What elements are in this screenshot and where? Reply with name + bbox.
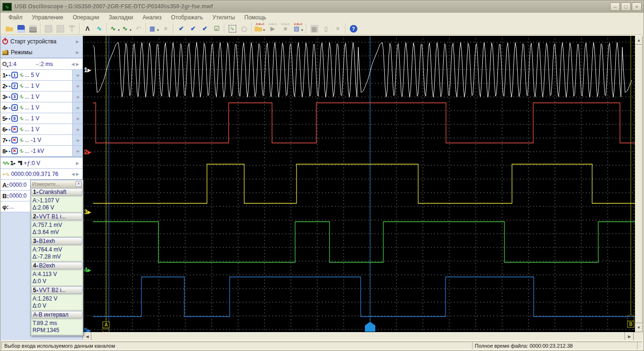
channel-row-4[interactable]: 4▸▸4∿... 1 V◂|▸: [0, 102, 83, 113]
trigger-position-handle[interactable]: [365, 322, 375, 332]
channel-marker-1[interactable]: 1▸: [84, 67, 91, 73]
channel-disabled-icon[interactable]: ✕: [11, 137, 18, 143]
measure-item-header[interactable]: A-B интервал: [31, 311, 83, 318]
channel-arrows[interactable]: ◂|▸: [72, 70, 83, 80]
measurements-panel[interactable]: Измерите... ✕ 1▸CrankshaftA:-1.107 VΔ:2.…: [30, 180, 83, 336]
menu-item-5[interactable]: Анализ: [138, 14, 166, 21]
channel-arrows[interactable]: ◂|▸: [72, 102, 83, 113]
timebase-value[interactable]: :2 ms: [39, 61, 53, 67]
channel-scale-value[interactable]: ... -1 V: [25, 137, 72, 143]
save-file-button[interactable]: [15, 22, 27, 34]
menu-item-4[interactable]: Закладки: [104, 14, 137, 21]
position-inc-icon[interactable]: ▶: [76, 172, 79, 176]
menu-item-2[interactable]: Управление: [28, 14, 68, 21]
channel-badge-icon[interactable]: 3: [11, 93, 18, 100]
trigger-row[interactable]: ∿∿ 1 ▸ +ƒ:0 V ▶: [0, 158, 83, 169]
trigger-level[interactable]: +ƒ:0 V: [24, 160, 40, 167]
close-button[interactable]: ×: [632, 2, 642, 11]
channel-row-1[interactable]: 1▸▸1∿... 5 V◂|▸: [0, 70, 83, 81]
channel-arrows[interactable]: ◂|▸: [72, 113, 83, 124]
measure-item-header[interactable]: 4▸B2exh: [31, 262, 83, 269]
select-region-button[interactable]: ∿: [226, 22, 238, 34]
channel-row-2[interactable]: 2▸▸2∿... 1 V◂|▸: [0, 81, 83, 92]
channel-arrows[interactable]: ◂|▸: [72, 135, 83, 145]
accept-button[interactable]: ✔: [175, 22, 187, 34]
abc-open-button[interactable]: A:B+C▼: [254, 22, 266, 34]
impulse-marker-button[interactable]: Λ: [82, 22, 93, 34]
menu-item-3[interactable]: Операции: [68, 14, 103, 21]
channel-scale-value[interactable]: ... 1 V: [25, 83, 72, 89]
zoom-timebase-row[interactable]: :1:4 ⇔ :2 ms ◀ ▶: [0, 58, 83, 70]
channel-disabled-icon[interactable]: ✕: [11, 148, 18, 154]
titlebar[interactable]: ∿ USB Oscilloscope - G:\IS350-2007-2GR-F…: [0, 0, 644, 13]
channel-disabled-icon[interactable]: ✕: [11, 126, 18, 133]
channel-row-3[interactable]: 3▸▸3∿... 1 V◂|▸: [0, 92, 83, 102]
modes-row[interactable]: Режимы ▶: [0, 47, 83, 58]
channel-marker-3[interactable]: 3▸: [84, 209, 91, 215]
measure-item-values: A:757.1 mVΔ:3.64 mV: [31, 221, 83, 237]
menu-item-7[interactable]: Утилиты: [208, 14, 239, 21]
start-device-row[interactable]: Старт устройства ▶: [0, 36, 83, 47]
app-icon: ∿: [2, 3, 12, 11]
channel-badge-icon[interactable]: 4: [11, 104, 18, 111]
display-mode-button[interactable]: ▦▼: [148, 22, 160, 34]
vertical-scroll-thumb[interactable]: [635, 45, 643, 323]
wave-select-button[interactable]: ∿: [93, 22, 105, 34]
channel-marker-4[interactable]: 4▸: [84, 267, 91, 273]
channel-badge-icon[interactable]: 2: [11, 83, 18, 89]
channel-scale-value[interactable]: ... 1 V: [25, 126, 72, 133]
waveform-canvas[interactable]: AB: [83, 36, 635, 332]
channel-scale-value[interactable]: ... 1 V: [25, 115, 72, 122]
position-dec-icon[interactable]: ◀: [71, 172, 74, 176]
open-file-button[interactable]: [3, 22, 15, 34]
close-display-button: ×: [160, 22, 172, 34]
channel-list: 1▸▸1∿... 5 V◂|▸2▸▸2∿... 1 V◂|▸3▸▸3∿... 1…: [0, 70, 83, 157]
channel-arrows[interactable]: ◂|▸: [72, 92, 83, 102]
menu-item-1[interactable]: Файл: [4, 14, 27, 21]
channel-marker-2[interactable]: 2▸: [84, 149, 91, 155]
measure-item-header[interactable]: 5▸VVT B2 i...: [31, 286, 83, 294]
channel-arrows[interactable]: ◂|▸: [72, 81, 83, 91]
channel-row-5[interactable]: 5▸▸5∿... 1 V◂|▸: [0, 113, 83, 124]
close-icon[interactable]: ✕: [75, 181, 82, 187]
channel-row-7[interactable]: 7▸▸✕∿... -1 V◂|▸: [0, 135, 83, 146]
measure-item-header[interactable]: 1▸Crankshaft: [31, 188, 83, 196]
channel-arrows[interactable]: ◂|▸: [72, 124, 83, 134]
abc-panel-button[interactable]: A:B+C▤▼: [292, 22, 305, 34]
menu-item-8[interactable]: Помощь: [240, 14, 270, 21]
arrow-icon: ▸: [9, 149, 11, 153]
abc-play-button: A:B+C▶: [266, 22, 279, 34]
measurements-panel-titlebar[interactable]: Измерите... ✕: [31, 180, 83, 188]
oscilloscope-plot[interactable]: AB 1▸2▸3▸4▸5▸: [83, 36, 635, 332]
zoom-fragment-icon: [241, 26, 247, 32]
position-time-row[interactable]: +∿ 0000:00:09.371 76 ◀ ▶: [0, 169, 83, 180]
minimize-button[interactable]: –: [610, 2, 620, 11]
timebase-dec-icon[interactable]: ◀: [71, 62, 74, 67]
scroll-down-icon[interactable]: ▼: [635, 323, 643, 332]
measure-item-header[interactable]: 3▸B1exh: [31, 237, 83, 245]
channel-row-6[interactable]: 6▸▸✕∿... 1 V◂|▸: [0, 124, 83, 135]
scroll-up-icon[interactable]: ▲: [635, 36, 643, 45]
next-signal-button[interactable]: ∿▼: [121, 22, 132, 34]
restore-button[interactable]: □: [621, 2, 631, 11]
prev-signal-button[interactable]: ∿▼: [109, 22, 121, 34]
channel-row-8[interactable]: 8▸▸✕∿... -1 kV◂|▸: [0, 146, 83, 157]
channel-arrows[interactable]: ◂|▸: [72, 146, 83, 156]
channel-badge-icon[interactable]: 1: [11, 72, 18, 78]
timebase-inc-icon[interactable]: ▶: [76, 62, 79, 67]
channel-scale-value[interactable]: ... -1 kV: [25, 148, 72, 154]
vertical-scrollbar[interactable]: ▲ ▼: [635, 36, 643, 332]
arrow-icon: ▸: [6, 138, 8, 142]
report-button[interactable]: ☑: [211, 22, 223, 34]
channel-scale-value[interactable]: ... 1 V: [25, 93, 72, 100]
print-button[interactable]: [27, 22, 39, 34]
accept-next-button[interactable]: ✔: [199, 22, 211, 34]
channel-scale-value[interactable]: ... 1 V: [25, 104, 72, 111]
menu-item-6[interactable]: Отображать: [167, 14, 207, 21]
help-button[interactable]: ?: [347, 22, 359, 34]
zoom-ratio[interactable]: :1:4: [7, 61, 17, 67]
channel-scale-value[interactable]: ... 5 V: [25, 72, 72, 78]
channel-badge-icon[interactable]: 5: [11, 115, 18, 122]
accept-all-button[interactable]: ✔: [187, 22, 199, 34]
measure-item-header[interactable]: 2▸VVT B1 i...: [31, 213, 83, 220]
